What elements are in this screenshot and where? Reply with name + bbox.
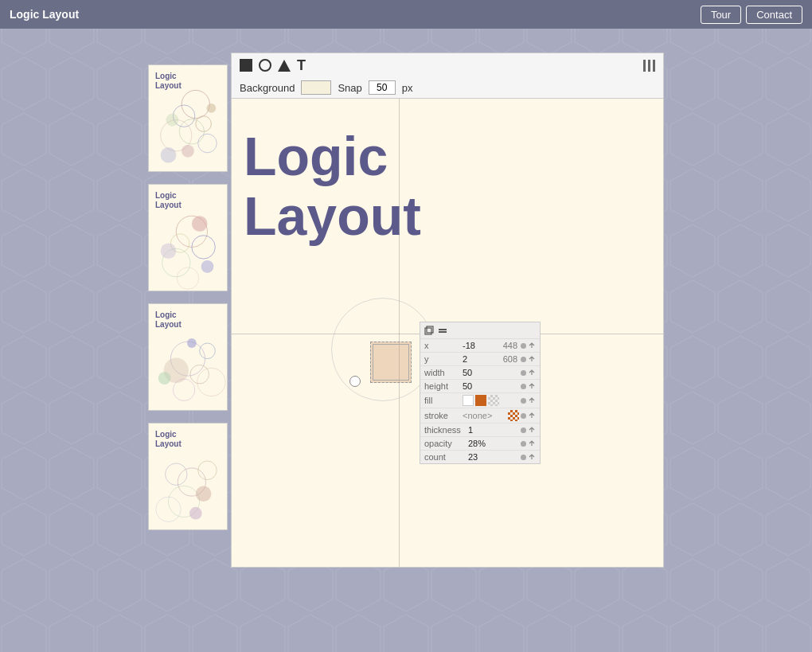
props-width-val: 50 (463, 368, 521, 377)
center-panel-wrapper: T Background Snap px Logic Layout (231, 53, 664, 568)
fill-swatches[interactable] (463, 395, 521, 406)
svg-point-17 (161, 243, 177, 259)
svg-point-21 (200, 343, 216, 359)
props-height-link-icon[interactable] (528, 382, 536, 390)
props-y-row: y 2 608 (420, 353, 540, 366)
canvas-title: Logic Layout (244, 127, 421, 246)
props-thickness-row: thickness 1 (420, 424, 540, 437)
props-fill-row: fill (420, 393, 540, 408)
props-stroke-row: stroke <none> (420, 408, 540, 424)
props-width-link-icon[interactable] (528, 369, 536, 377)
props-stroke-link-icon[interactable] (528, 412, 536, 420)
props-x-val1: -18 (463, 341, 503, 350)
svg-point-7 (161, 147, 177, 163)
selected-element[interactable] (370, 342, 412, 383)
tile-l3[interactable]: LogicLayout (148, 303, 228, 411)
props-opacity-row: opacity 28% (420, 437, 540, 451)
props-thickness-label: thickness (424, 425, 468, 435)
svg-point-27 (166, 463, 187, 485)
panel-toolbar: T (231, 53, 664, 77)
text-icon[interactable]: T (297, 58, 306, 72)
svg-point-24 (197, 368, 225, 396)
contact-button[interactable]: Contact (746, 6, 802, 24)
handle-circle[interactable] (349, 376, 361, 387)
selected-box (370, 342, 412, 383)
props-count-val: 23 (468, 452, 521, 462)
svg-point-25 (187, 338, 197, 348)
selected-inner (373, 344, 409, 381)
props-width-row: width 50 (420, 366, 540, 380)
fill-white-swatch[interactable] (463, 395, 474, 406)
props-thickness-val: 1 (468, 425, 521, 435)
topbar: Logic Layout Tour Contact (0, 0, 812, 29)
props-y-val1: 2 (463, 354, 503, 364)
props-width-dot (521, 370, 526, 376)
svg-rect-62 (427, 326, 433, 333)
props-x-label: x (424, 341, 463, 350)
props-stroke-val: <none> (463, 411, 508, 420)
props-fill-dot (521, 398, 526, 404)
layers-icon[interactable] (438, 326, 447, 335)
props-height-label: height (424, 381, 463, 391)
props-width-label: width (424, 368, 463, 377)
svg-point-3 (179, 119, 204, 144)
svg-point-0 (182, 90, 209, 118)
props-height-dot (521, 384, 526, 389)
props-y-label: y (424, 354, 463, 364)
props-x-link-icon[interactable] (528, 342, 536, 349)
props-stroke-dot (521, 413, 526, 419)
fill-orange-swatch[interactable] (475, 395, 486, 406)
circle-icon[interactable] (259, 59, 271, 72)
px-label: px (402, 82, 413, 94)
props-header (420, 322, 540, 339)
props-stroke-label: stroke (424, 411, 463, 420)
svg-point-28 (196, 486, 212, 502)
props-opacity-dot (521, 441, 526, 447)
svg-point-30 (198, 461, 217, 480)
tile-l1[interactable]: LogicLayout (148, 64, 228, 172)
tile-l4[interactable]: LogicLayout (148, 423, 228, 530)
props-y-val2: 608 (503, 354, 517, 364)
props-opacity-label: opacity (424, 439, 468, 448)
props-y-dot (521, 357, 526, 362)
tile-l2[interactable]: LogicLayout (148, 184, 228, 291)
props-count-link-icon[interactable] (528, 453, 536, 461)
svg-point-9 (166, 114, 179, 127)
copy-icon[interactable] (424, 326, 434, 335)
props-opacity-link-icon[interactable] (528, 439, 536, 447)
props-count-label: count (424, 452, 468, 462)
properties-panel: x -18 448 y 2 608 width 50 (420, 322, 541, 464)
fill-checker-swatch[interactable] (488, 395, 499, 406)
svg-rect-64 (439, 331, 447, 333)
svg-point-5 (198, 134, 217, 153)
snap-input[interactable] (369, 80, 396, 95)
props-thickness-dot (521, 428, 526, 433)
svg-point-8 (207, 103, 217, 113)
canvas[interactable]: Logic Layout (231, 98, 664, 568)
stroke-checker-swatch[interactable] (508, 410, 519, 421)
props-x-val2: 448 (503, 341, 517, 350)
tour-button[interactable]: Tour (701, 6, 741, 24)
layout-wrapper: LogicLayout LogicLayout LogicLay (0, 29, 812, 652)
app-title: Logic Layout (10, 8, 79, 21)
svg-point-22 (173, 379, 194, 400)
menu-icon[interactable] (643, 60, 655, 72)
toolbar-options: Background Snap px (231, 77, 664, 98)
svg-point-15 (201, 260, 214, 273)
props-y-link-icon[interactable] (528, 355, 536, 363)
square-icon[interactable] (240, 59, 252, 72)
triangle-icon[interactable] (278, 60, 291, 72)
svg-point-23 (158, 372, 171, 385)
svg-point-32 (189, 507, 202, 520)
props-fill-label: fill (424, 396, 463, 405)
svg-rect-61 (425, 328, 431, 334)
props-fill-link-icon[interactable] (528, 396, 536, 404)
svg-point-6 (182, 145, 194, 158)
svg-rect-63 (439, 329, 447, 330)
props-thickness-link-icon[interactable] (528, 426, 536, 434)
background-swatch[interactable] (301, 80, 331, 95)
props-height-val: 50 (463, 381, 521, 391)
props-x-dot (521, 343, 526, 349)
props-opacity-val: 28% (468, 439, 521, 448)
topbar-buttons: Tour Contact (701, 6, 802, 24)
